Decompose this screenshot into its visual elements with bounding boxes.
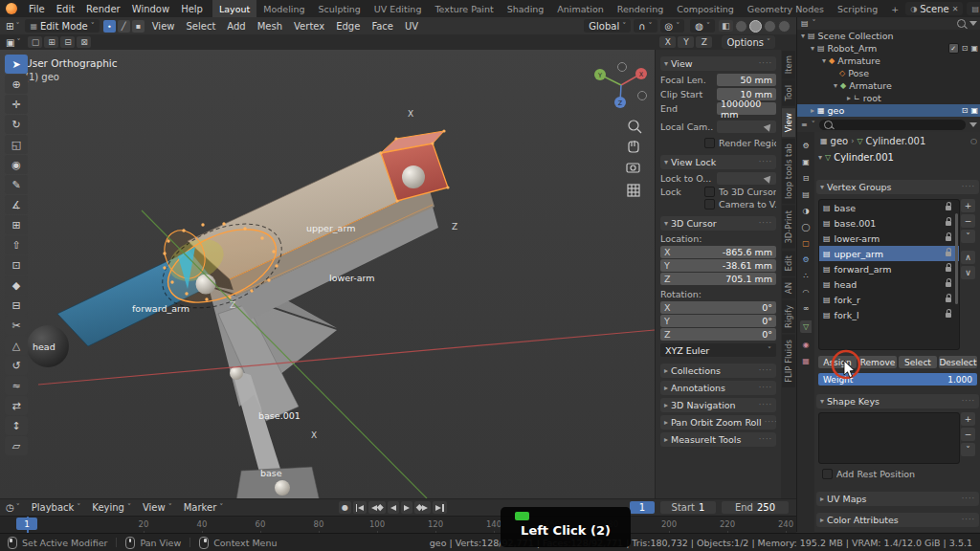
workspace-tab-geometry-nodes[interactable]: Geometry Nodes <box>741 0 831 17</box>
tab-world[interactable]: ◯ <box>802 223 811 231</box>
menu-keying[interactable]: Keying˅ <box>86 499 137 516</box>
expand-icon[interactable]: ▸ <box>811 106 814 115</box>
xray-toggle[interactable]: ◧ <box>719 20 733 32</box>
outliner-row-root-bone[interactable]: ▸ ∟ root <box>797 92 980 104</box>
deselect-button[interactable]: Deselect <box>939 356 977 368</box>
list-item[interactable]: ▤ fork_r <box>819 292 959 307</box>
jump-to-start-button[interactable] <box>353 501 368 514</box>
tool-spin[interactable]: ↺ <box>5 356 28 375</box>
uv-maps-header[interactable]: ▸ UV Maps ···· <box>816 492 979 506</box>
list-item[interactable]: ▤ head <box>819 276 959 292</box>
vertex-groups-header[interactable]: ▾ Vertex Groups ···· <box>816 180 979 194</box>
tool-rotate[interactable]: ↻ <box>5 115 28 134</box>
vertex-group-specials-menu[interactable]: ˅ <box>961 230 975 243</box>
add-vertex-group-button[interactable]: + <box>961 199 975 212</box>
tab-particles[interactable]: ∴ <box>803 272 808 280</box>
cursor-location-x-field[interactable]: X-865.6 mm <box>660 246 776 258</box>
move-group-down-button[interactable]: ∨ <box>961 266 975 279</box>
panel-pan-orbit-header[interactable]: ▸ Pan Orbit Zoom Roll ···· <box>660 415 776 430</box>
cursor-location-y-field[interactable]: Y-38.61 mm <box>660 259 776 272</box>
shading-material-button[interactable] <box>764 20 776 33</box>
workspace-tab-layout[interactable]: Layout <box>212 0 256 17</box>
workspace-tab-animation[interactable]: Animation <box>550 0 610 17</box>
jump-to-end-button[interactable] <box>433 501 447 514</box>
panel-grip-icon[interactable]: ···· <box>759 366 772 375</box>
mirror-y-toggle[interactable]: Y <box>678 36 694 48</box>
filter-icon[interactable] <box>969 122 977 127</box>
tool-edge-slide[interactable]: ⇄ <box>5 396 28 415</box>
timeline-editor-icon[interactable]: ◷ ˅ <box>0 499 26 516</box>
scrollbar[interactable] <box>955 213 958 304</box>
expand-icon[interactable]: ▾ <box>834 81 837 90</box>
tool-measure[interactable]: ∡ <box>5 195 28 214</box>
focal-length-field[interactable]: 50 mm <box>717 74 776 86</box>
workspace-tab-texture-paint[interactable]: Texture Paint <box>428 0 500 17</box>
disable-viewport-icon[interactable]: ⊡ <box>962 106 969 115</box>
expand-icon[interactable]: ▾ <box>811 44 814 53</box>
move-group-up-button[interactable]: ∧ <box>961 251 975 264</box>
menu-face[interactable]: Face <box>366 17 399 34</box>
timeline-ruler[interactable]: 20 40 60 80 100 120 140 160 180 200 220 … <box>0 516 796 535</box>
mirror-z-toggle[interactable]: Z <box>696 36 712 48</box>
outliner-row-armature-object[interactable]: ▾ ◆ Armature <box>797 55 980 67</box>
tool-scale[interactable]: ◱ <box>5 135 28 154</box>
cursor-rotation-x-field[interactable]: X0° <box>660 301 776 314</box>
panel-view-header[interactable]: ▾ View ···· <box>660 56 776 71</box>
list-item-active[interactable]: ▤ upper_arm <box>819 246 959 261</box>
menu-playback[interactable]: Playback˅ <box>26 499 87 516</box>
tab-object-data[interactable]: ▽ <box>800 320 812 333</box>
outliner-row-scene-collection[interactable]: ▾ ▤ Scene Collection <box>797 30 980 42</box>
select-mode-face-button[interactable]: ▪ <box>132 20 145 33</box>
select-mode-vertex-button[interactable]: ∙ <box>103 20 116 33</box>
disable-render-icon[interactable]: ▣ <box>970 44 978 53</box>
shading-wireframe-button[interactable] <box>735 20 747 33</box>
tool-add-cube[interactable]: ⊞ <box>5 215 28 234</box>
tab-render[interactable]: ▣ <box>802 158 810 166</box>
eyedropper-icon[interactable] <box>764 173 774 184</box>
pin-icon[interactable]: ○ <box>970 137 977 145</box>
select-mode-intersect-button[interactable]: ⊠ <box>77 36 91 48</box>
viewport-canvas[interactable]: X Z X Z User Orthographic (1) geo upper_… <box>0 50 655 498</box>
workspace-tab-scripting[interactable]: Scripting <box>831 0 884 17</box>
prev-keyframe-button[interactable] <box>368 501 386 514</box>
snap-toggle[interactable]: ∩ ˅ <box>634 19 657 33</box>
add-rest-position-checkbox[interactable] <box>822 469 833 479</box>
tab-material[interactable]: ◉ <box>803 341 810 349</box>
viewlayer-selector[interactable]: ▤ ViewLayer ▣ <box>967 2 980 15</box>
tab-modifiers[interactable]: ⚙ <box>802 255 809 264</box>
workspace-tab-compositing[interactable]: Compositing <box>670 0 741 17</box>
expand-icon[interactable]: ▾ <box>801 32 805 40</box>
list-item[interactable]: ▤ base <box>819 200 959 215</box>
tool-knife[interactable]: ✂ <box>5 316 28 335</box>
breadcrumb-object[interactable]: geo <box>831 136 849 146</box>
workspace-tab-modeling[interactable]: Modeling <box>256 0 311 17</box>
expand-icon[interactable]: ▸ <box>847 94 851 102</box>
lock-icon[interactable] <box>946 236 951 241</box>
frame-end-field[interactable]: End250 <box>722 501 789 514</box>
sidebar-tab-rigify[interactable]: Rigify <box>782 300 795 333</box>
tab-tool[interactable]: ⚙ <box>802 142 809 150</box>
filter-icon[interactable] <box>969 21 977 26</box>
frame-start-field[interactable]: Start1 <box>660 501 716 514</box>
tool-shear[interactable]: ▱ <box>5 436 28 455</box>
tool-settings-editor-icon[interactable]: ▣ ˅ <box>0 34 26 50</box>
lock-icon[interactable] <box>946 206 951 210</box>
lock-icon[interactable] <box>946 252 951 256</box>
panel-view-lock-header[interactable]: ▾ View Lock ···· <box>660 155 776 169</box>
tab-object[interactable]: ▢ <box>802 239 810 248</box>
select-button[interactable]: Select <box>899 356 937 368</box>
select-mode-extend-button[interactable]: ⊞ <box>44 36 58 48</box>
sidebar-tab-loop-tools[interactable]: loop tools tab <box>782 139 795 204</box>
panel-grip-icon[interactable]: ···· <box>759 384 772 392</box>
local-camera-field[interactable] <box>717 121 776 133</box>
outliner-row-armature-data[interactable]: ▾ ◆ Armature <box>797 79 980 92</box>
panel-grip-icon[interactable]: ···· <box>962 495 975 503</box>
clip-end-field[interactable]: 1000000 mm <box>717 102 776 115</box>
overlays-toggle[interactable]: ◍ ˅ <box>690 19 715 33</box>
panel-grip-icon[interactable]: ···· <box>759 401 772 409</box>
transform-orientation-dropdown[interactable]: Global ˅ <box>584 19 631 33</box>
sidebar-tab-item[interactable]: Item <box>782 51 795 78</box>
properties-editor-icon[interactable]: ≡ <box>801 121 808 129</box>
lock-to-object-field[interactable] <box>717 172 776 185</box>
tool-annotate[interactable]: ✎ <box>5 175 28 194</box>
